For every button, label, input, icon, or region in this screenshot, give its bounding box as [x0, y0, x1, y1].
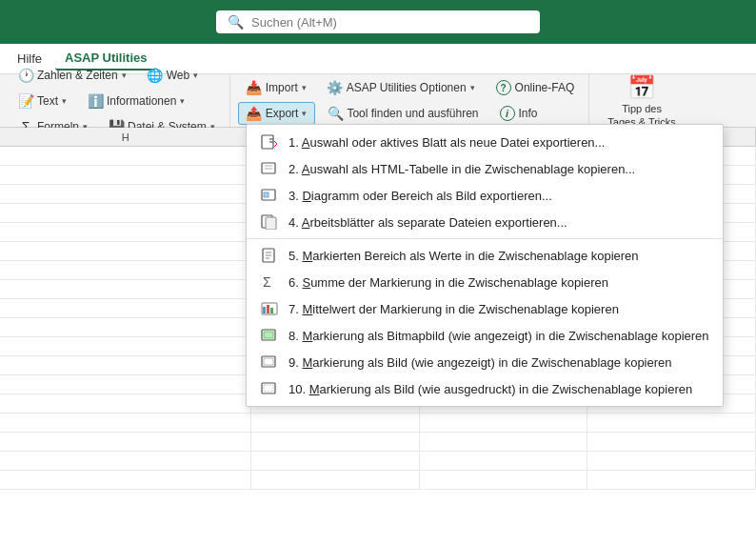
table-row[interactable] — [0, 433, 756, 452]
search-input[interactable] — [251, 15, 528, 30]
table-cell[interactable] — [0, 299, 251, 317]
svg-rect-20 — [264, 332, 273, 338]
export-item-10[interactable]: 10. Markierung als Bild (wie ausgedruckt… — [247, 375, 723, 402]
export-item-3[interactable]: 3. Diagramm oder Bereich als Bild export… — [247, 182, 723, 209]
export-icon: 📤 — [247, 106, 262, 121]
table-cell[interactable] — [251, 452, 420, 470]
table-cell[interactable] — [0, 147, 251, 165]
table-cell[interactable] — [0, 337, 251, 355]
informationen-arrow: ▾ — [180, 96, 185, 106]
table-cell[interactable] — [251, 471, 420, 489]
export-item-2[interactable]: 2. Auswahl als HTML-Tabelle in die Zwisc… — [247, 155, 723, 182]
table-cell[interactable] — [0, 166, 251, 184]
ribbon-section-1: 🕐 Zahlen & Zeiten ▾ 🌐 Web ▾ 📝 Text ▾ ℹ️ … — [4, 74, 230, 127]
table-cell[interactable] — [251, 433, 420, 451]
table-cell[interactable] — [0, 185, 251, 203]
svg-rect-16 — [263, 307, 266, 313]
table-cell[interactable] — [0, 433, 251, 451]
table-cell[interactable] — [420, 414, 588, 432]
export-item-9-text: 9. Markierung als Bild (wie angezeigt) i… — [288, 355, 672, 370]
export-item-2-icon — [260, 161, 279, 176]
table-cell[interactable] — [587, 452, 756, 470]
text-btn[interactable]: 📝 Text ▾ — [10, 90, 75, 112]
export-item-3-text: 3. Diagramm oder Bereich als Bild export… — [288, 189, 552, 203]
export-item-9[interactable]: 9. Markierung als Bild (wie angezeigt) i… — [247, 349, 723, 375]
export-item-1-text: 1. Auswahl oder aktives Blatt als neue D… — [288, 135, 605, 150]
table-cell[interactable] — [0, 452, 251, 470]
ribbon-section-2: 📥 Import ▾ ⚙️ ASAP Utilities Optionen ▾ … — [232, 74, 590, 127]
table-cell[interactable] — [587, 414, 756, 432]
table-cell[interactable] — [251, 414, 420, 432]
export-item-7-icon — [260, 301, 279, 316]
export-item-10-text: 10. Markierung als Bild (wie ausgedruckt… — [288, 382, 692, 396]
asap-options-label: ASAP Utilities Optionen — [347, 81, 467, 94]
info-btn[interactable]: i Info — [491, 102, 547, 125]
table-cell[interactable] — [420, 452, 588, 470]
export-item-8-text: 8. Markierung als Bitmapbild (wie angeze… — [288, 329, 709, 343]
text-icon: 📝 — [18, 93, 33, 109]
export-item-4[interactable]: 4. Arbeitsblätter als separate Dateien e… — [247, 209, 723, 235]
svg-rect-9 — [266, 217, 276, 230]
export-item-5-icon — [260, 248, 279, 263]
ribbon: 🕐 Zahlen & Zeiten ▾ 🌐 Web ▾ 📝 Text ▾ ℹ️ … — [0, 74, 756, 128]
web-btn[interactable]: 🌐 Web ▾ — [139, 64, 207, 87]
tool-finden-label: Tool finden und ausführen — [347, 107, 478, 120]
table-cell[interactable] — [0, 394, 251, 413]
export-item-4-text: 4. Arbeitsblätter als separate Dateien e… — [288, 215, 567, 230]
table-cell[interactable] — [0, 204, 251, 222]
ribbon-row-2a: 📥 Import ▾ ⚙️ ASAP Utilities Optionen ▾ … — [238, 76, 584, 99]
informationen-btn[interactable]: ℹ️ Informationen ▾ — [79, 90, 193, 112]
svg-rect-24 — [264, 385, 273, 392]
table-cell[interactable] — [420, 471, 588, 489]
export-item-8-icon — [260, 328, 279, 343]
table-cell[interactable] — [0, 280, 251, 298]
table-cell[interactable] — [0, 318, 251, 336]
table-cell[interactable] — [0, 242, 251, 260]
export-item-1-icon — [260, 134, 279, 150]
import-icon: 📥 — [247, 80, 262, 95]
web-label: Web — [167, 69, 189, 82]
table-cell[interactable] — [0, 261, 251, 279]
import-arrow: ▾ — [302, 83, 307, 92]
export-item-6[interactable]: Σ 6. Summe der Markierung in die Zwische… — [247, 269, 723, 295]
table-cell[interactable] — [420, 433, 588, 451]
tool-finden-btn[interactable]: 🔍 Tool finden und ausführen — [319, 102, 487, 125]
table-cell[interactable] — [0, 356, 251, 374]
table-cell[interactable] — [0, 471, 251, 489]
faq-icon: ? — [496, 80, 511, 95]
export-item-5[interactable]: 5. Markierten Bereich als Werte in die Z… — [247, 242, 723, 269]
table-row[interactable] — [0, 452, 756, 471]
export-item-8[interactable]: 8. Markierung als Bitmapbild (wie angeze… — [247, 322, 723, 349]
table-cell[interactable] — [587, 433, 756, 451]
tool-icon: 🔍 — [328, 106, 343, 121]
export-item-6-icon: Σ — [260, 274, 279, 290]
tipp-btn[interactable]: 📅 Tipp des Tages & Tricks — [597, 70, 686, 132]
asap-options-arrow: ▾ — [470, 83, 475, 92]
import-btn[interactable]: 📥 Import ▾ — [238, 76, 315, 99]
table-row[interactable] — [0, 471, 756, 490]
zahlen-zeiten-btn[interactable]: 🕐 Zahlen & Zeiten ▾ — [10, 64, 135, 87]
table-row[interactable] — [0, 414, 756, 433]
table-cell[interactable] — [587, 471, 756, 489]
table-cell[interactable] — [0, 375, 251, 394]
ribbon-row-1a: 🕐 Zahlen & Zeiten ▾ 🌐 Web ▾ — [10, 64, 207, 87]
info-btn-icon: i — [500, 106, 515, 121]
search-box[interactable]: 🔍 — [216, 10, 540, 33]
text-label: Text — [37, 94, 58, 108]
export-item-2-text: 2. Auswahl als HTML-Tabelle in die Zwisc… — [288, 162, 635, 176]
export-item-7[interactable]: 7. Mittelwert der Markierung in die Zwis… — [247, 295, 723, 322]
export-btn[interactable]: 📤 Export ▾ — [238, 102, 316, 125]
asap-options-btn[interactable]: ⚙️ ASAP Utilities Optionen ▾ — [319, 76, 484, 99]
info-label: Info — [519, 107, 538, 120]
table-cell[interactable] — [0, 223, 251, 241]
gear-icon: ⚙️ — [328, 80, 343, 95]
web-icon: 🌐 — [148, 68, 163, 83]
svg-rect-18 — [270, 308, 273, 313]
text-arrow: ▾ — [62, 96, 67, 106]
table-cell[interactable] — [0, 414, 251, 432]
zahlen-arrow: ▾ — [122, 71, 127, 80]
export-item-3-icon — [260, 188, 279, 203]
export-item-1[interactable]: 1. Auswahl oder aktives Blatt als neue D… — [247, 129, 723, 155]
ribbon-row-1b: 📝 Text ▾ ℹ️ Informationen ▾ — [10, 90, 193, 112]
online-faq-btn[interactable]: ? Online-FAQ — [487, 76, 584, 99]
